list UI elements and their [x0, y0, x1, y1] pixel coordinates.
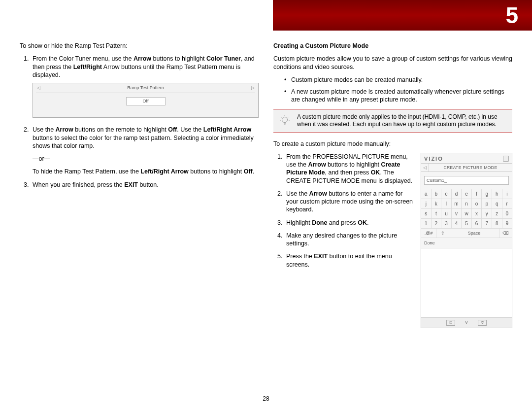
left-or: —or—	[33, 155, 259, 163]
key-q[interactable]: q	[492, 199, 502, 209]
left-step-1: From the Color Tuner menu, use the Arrow…	[31, 55, 259, 118]
create-step-2: Use the Arrow buttons to enter a name fo…	[284, 190, 414, 214]
v-icon[interactable]: V	[462, 320, 471, 326]
key-c[interactable]: c	[441, 189, 452, 199]
cc-icon[interactable]: ⊡	[446, 320, 455, 326]
key-h[interactable]: h	[492, 189, 502, 199]
key-s[interactable]: s	[421, 209, 432, 219]
right-heading: Creating a Custom Picture Mode	[273, 42, 512, 50]
left-step-3: When you are finished, press the EXIT bu…	[31, 181, 259, 189]
key-b[interactable]: b	[432, 189, 442, 199]
left-step-2: Use the Arrow buttons on the remote to h…	[31, 126, 259, 175]
key-w[interactable]: w	[462, 209, 472, 219]
chapter-banner: 5	[273, 0, 532, 31]
key-5[interactable]: 5	[462, 219, 472, 229]
right-desc: Custom picture modes allow you to save a…	[273, 55, 512, 71]
key-x[interactable]: x	[472, 209, 482, 219]
key-symbols[interactable]: .@#	[421, 229, 436, 238]
key-y[interactable]: y	[482, 209, 492, 219]
tip-text: A custom picture mode only applies to th…	[297, 113, 507, 129]
key-t[interactable]: t	[432, 209, 442, 219]
ramp-test-pattern-widget: ◁ Ramp Test Pattern ▷ Off	[33, 83, 259, 118]
key-0[interactable]: 0	[502, 209, 512, 219]
create-step-4: Make any desired changes to the picture …	[284, 232, 414, 248]
tip-box: A custom picture mode only applies to th…	[273, 109, 512, 133]
key-backspace[interactable]: ⌫	[499, 229, 512, 238]
key-9[interactable]: 9	[502, 219, 512, 229]
ramp-value[interactable]: Off	[126, 97, 166, 106]
key-g[interactable]: g	[482, 189, 492, 199]
back-arrow-icon[interactable]: ◁	[421, 164, 429, 171]
key-v[interactable]: v	[452, 209, 462, 219]
ramp-title: Ramp Test Pattern	[41, 85, 250, 91]
create-step-3: Highlight Done and press OK.	[284, 219, 414, 227]
right-bullet-1: Custom picture modes can be created manu…	[284, 76, 512, 84]
create-picture-mode-osd: VIZIO ◁ CREATE PICTURE MODE Custom1_ a b…	[421, 153, 512, 328]
key-6[interactable]: 6	[472, 219, 482, 229]
osd-brand: VIZIO	[424, 156, 443, 162]
osd-blank-area	[421, 248, 512, 317]
key-3[interactable]: 3	[441, 219, 452, 229]
key-n[interactable]: n	[462, 199, 472, 209]
chapter-number: 5	[505, 2, 518, 28]
right-bullets: Custom picture modes can be created manu…	[273, 76, 512, 104]
done-button[interactable]: Done	[421, 238, 512, 248]
osd-sub-label: CREATE PICTURE MODE	[429, 164, 512, 171]
key-shift[interactable]: ⇧	[436, 229, 449, 238]
left-column: To show or hide the Ramp Test Pattern: F…	[20, 42, 259, 328]
key-l[interactable]: l	[441, 199, 452, 209]
key-r[interactable]: r	[502, 199, 512, 209]
ramp-left-arrow-icon[interactable]: ◁	[36, 85, 41, 91]
key-1[interactable]: 1	[421, 219, 432, 229]
create-step-5: Press the EXIT button to exit the menu s…	[284, 252, 414, 269]
name-input[interactable]: Custom1_	[424, 176, 509, 185]
key-j[interactable]: j	[421, 199, 432, 209]
key-m[interactable]: m	[452, 199, 462, 209]
svg-point-0	[282, 117, 288, 123]
key-e[interactable]: e	[462, 189, 472, 199]
key-i[interactable]: i	[502, 189, 512, 199]
ramp-right-arrow-icon[interactable]: ▷	[250, 85, 255, 91]
key-8[interactable]: 8	[492, 219, 502, 229]
osd-footer: ⊡ V ✲	[421, 317, 512, 328]
right-column: Creating a Custom Picture Mode Custom pi…	[273, 42, 512, 328]
create-step-1: From the PROFESSIONAL PICTURE menu, use …	[284, 153, 414, 185]
gear-icon[interactable]: ✲	[478, 320, 487, 326]
home-icon[interactable]	[503, 156, 509, 162]
key-space[interactable]: Space	[449, 229, 499, 238]
create-intro: To create a custom picture mode manually…	[273, 140, 512, 148]
on-screen-keyboard: a b c d e f g h i j k l m	[421, 189, 512, 238]
right-bullet-2: A new custom picture mode is created aut…	[284, 88, 512, 104]
key-2[interactable]: 2	[432, 219, 442, 229]
key-u[interactable]: u	[441, 209, 452, 219]
key-k[interactable]: k	[432, 199, 442, 209]
key-4[interactable]: 4	[452, 219, 462, 229]
key-z[interactable]: z	[492, 209, 502, 219]
key-a[interactable]: a	[421, 189, 432, 199]
lightbulb-icon	[278, 113, 291, 129]
left-intro: To show or hide the Ramp Test Pattern:	[20, 42, 259, 50]
key-p[interactable]: p	[482, 199, 492, 209]
key-f[interactable]: f	[472, 189, 482, 199]
key-7[interactable]: 7	[482, 219, 492, 229]
key-d[interactable]: d	[452, 189, 462, 199]
key-o[interactable]: o	[472, 199, 482, 209]
page-number: 28	[0, 395, 532, 402]
